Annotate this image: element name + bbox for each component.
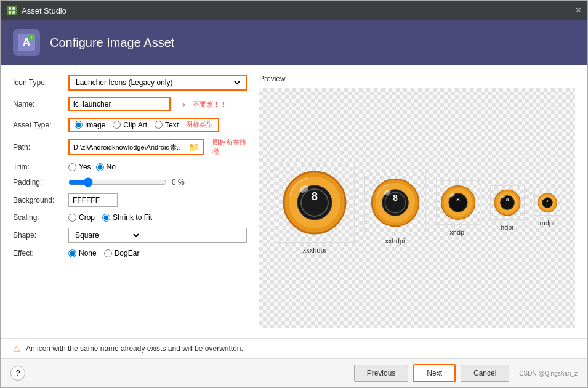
svg-rect-0	[9, 7, 11, 10]
effect-row: Effect: None DogEar	[13, 249, 247, 257]
cancel-button[interactable]: Cancel	[461, 365, 509, 382]
scaling-row: Scaling: Crop Shrink to Fit	[13, 213, 247, 222]
preview-box-hdpi: 8	[490, 185, 525, 220]
preview-label-xxxhdpi: xxxhdpi	[303, 246, 326, 254]
close-button[interactable]: ×	[576, 5, 581, 16]
main-area: Icon Type: Launcher Icons (Legacy only) …	[1, 65, 587, 338]
path-label: Path:	[13, 143, 68, 152]
asset-type-row: Asset Type: Image Clip Art	[13, 118, 247, 132]
header-icon: A +	[13, 29, 40, 56]
effect-dogear-text: DogEar	[115, 249, 140, 257]
asset-type-text-label[interactable]: Text	[155, 121, 179, 129]
trim-row: Trim: Yes No	[13, 163, 247, 171]
asset-type-label: Asset Type:	[13, 121, 68, 129]
trim-yes-label[interactable]: Yes	[68, 163, 91, 171]
ball-svg-mdpi: 8	[537, 192, 558, 213]
svg-text:8: 8	[311, 190, 317, 203]
shape-select[interactable]: Square Circle Rounded Square Squircle No…	[73, 230, 141, 240]
shape-label: Shape:	[13, 231, 68, 240]
next-button[interactable]: Next	[413, 364, 456, 382]
dialog-title: Configure Image Asset	[50, 36, 174, 50]
asset-studio-window: Asset Studio × A + Configure Image Asset…	[0, 0, 588, 388]
ball-svg-xhdpi: 8	[440, 184, 477, 221]
svg-rect-3	[12, 11, 15, 14]
svg-rect-1	[12, 7, 15, 10]
effect-radio-group: None DogEar	[68, 249, 247, 257]
right-panel: Preview 8	[259, 75, 575, 328]
name-arrow-container: → 不要改！！！	[68, 97, 247, 111]
icon-type-row: Icon Type: Launcher Icons (Legacy only) …	[13, 75, 247, 91]
scaling-shrink-radio[interactable]	[102, 214, 110, 222]
trim-label: Trim:	[13, 163, 68, 171]
shape-select-wrapper[interactable]: Square Circle Rounded Square Squircle No…	[68, 228, 247, 243]
preview-item-hdpi: 8 hdpi	[490, 185, 525, 231]
warning-bar: ⚠ An icon with the same name already exi…	[1, 338, 587, 358]
background-label: Background:	[13, 196, 68, 204]
dialog-header: A + Configure Image Asset	[1, 20, 587, 65]
ball-svg-hdpi: 8	[493, 188, 522, 217]
preview-item-xxxhdpi: 8 xxxhdpi	[275, 163, 355, 254]
svg-text:+: +	[30, 36, 33, 40]
asset-type-text-radio[interactable]	[155, 121, 163, 129]
asset-type-image-radio[interactable]	[75, 121, 83, 129]
name-label: Name:	[13, 100, 68, 108]
effect-none-text: None	[79, 249, 97, 257]
scaling-shrink-label[interactable]: Shrink to Fit	[102, 213, 152, 222]
asset-type-clipart-label[interactable]: Clip Art	[113, 121, 147, 129]
effect-dogear-label[interactable]: DogEar	[104, 249, 140, 257]
asset-type-clipart-radio[interactable]	[113, 121, 121, 129]
trim-yes-text: Yes	[79, 163, 91, 171]
effect-none-radio[interactable]	[68, 249, 76, 257]
padding-slider-container: 0 %	[68, 177, 247, 187]
scaling-crop-radio[interactable]	[68, 214, 76, 222]
preview-area: 8 xxxhdpi	[259, 88, 575, 328]
main-content: Icon Type: Launcher Icons (Legacy only) …	[1, 65, 587, 358]
preview-box-xhdpi: 8	[436, 180, 480, 225]
asset-type-clipart-text: Clip Art	[123, 121, 147, 129]
app-icon	[7, 6, 17, 15]
path-control: D:\zl\Androidknowlodge\Android素材\8 📁 图标所…	[68, 138, 247, 156]
preview-label-xhdpi: xhdpi	[449, 228, 465, 236]
scaling-radio-group: Crop Shrink to Fit	[68, 213, 247, 222]
name-input[interactable]	[73, 100, 166, 108]
preview-box-xxxhdpi: 8	[275, 163, 355, 243]
padding-control: 0 %	[68, 177, 247, 187]
background-input[interactable]	[68, 193, 118, 207]
icon-type-label: Icon Type:	[13, 78, 68, 87]
preview-item-xhdpi: 8 xhdpi	[436, 180, 480, 236]
path-browse-icon[interactable]: 📁	[188, 142, 199, 152]
trim-no-label[interactable]: No	[96, 163, 116, 171]
window-title: Asset Studio	[22, 6, 571, 15]
scaling-control: Crop Shrink to Fit	[68, 213, 247, 222]
effect-none-label[interactable]: None	[68, 249, 97, 257]
icon-type-select-wrapper[interactable]: Launcher Icons (Legacy only) Launcher Ic…	[68, 75, 247, 91]
warning-text: An icon with the same name already exist…	[26, 344, 243, 353]
ball-svg-xxhdpi: 8	[369, 177, 421, 228]
trim-control: Yes No	[68, 163, 247, 171]
preview-label-xxhdpi: xxhdpi	[385, 237, 405, 245]
asset-type-annotation: 图标类型	[186, 120, 213, 129]
asset-type-text-text: Text	[165, 121, 179, 129]
previous-button[interactable]: Previous	[354, 365, 409, 382]
footer-left: ?	[10, 366, 25, 381]
ball-svg-xxxhdpi: 8	[281, 169, 348, 236]
help-button[interactable]: ?	[10, 366, 25, 381]
trim-options: Yes No	[68, 163, 247, 171]
path-value: D:\zl\Androidknowlodge\Android素材\8	[73, 143, 186, 152]
background-control	[68, 193, 247, 207]
name-input-wrapper	[68, 97, 171, 111]
name-row: Name: → 不要改！！！	[13, 97, 247, 111]
left-panel: Icon Type: Launcher Icons (Legacy only) …	[13, 75, 247, 328]
svg-text:8: 8	[393, 193, 398, 203]
warning-icon: ⚠	[13, 344, 21, 354]
footer: ? Previous Next Cancel CSDN @Qingshan_z	[1, 358, 587, 387]
trim-yes-radio[interactable]	[68, 163, 76, 171]
icon-type-select[interactable]: Launcher Icons (Legacy only) Launcher Ic…	[73, 78, 242, 87]
asset-type-control: Image Clip Art Text 图标类型	[68, 118, 247, 132]
scaling-crop-label[interactable]: Crop	[68, 213, 95, 222]
padding-slider[interactable]	[68, 177, 167, 187]
asset-type-image-label[interactable]: Image	[75, 121, 105, 129]
trim-no-radio[interactable]	[96, 163, 104, 171]
effect-dogear-radio[interactable]	[104, 249, 112, 257]
icon-type-control: Launcher Icons (Legacy only) Launcher Ic…	[68, 75, 247, 91]
